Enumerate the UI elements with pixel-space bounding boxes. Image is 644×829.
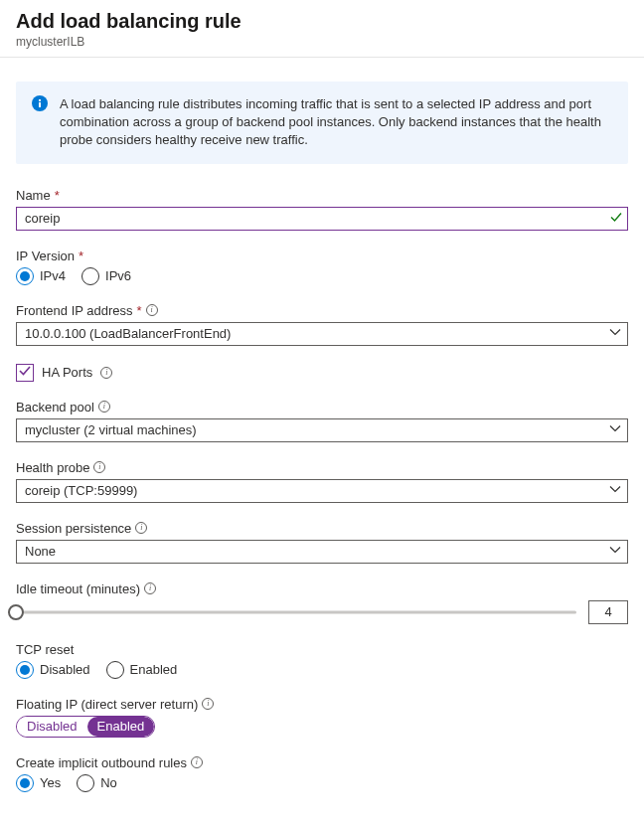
healthprobe-select[interactable]: coreip (TCP:59999) bbox=[16, 479, 628, 503]
slider-thumb[interactable] bbox=[8, 604, 24, 620]
svg-rect-1 bbox=[39, 102, 41, 107]
tcpreset-disabled-radio[interactable]: Disabled bbox=[16, 661, 90, 679]
session-select[interactable]: None bbox=[16, 540, 628, 564]
info-text: A load balancing rule distributes incomi… bbox=[60, 95, 612, 150]
info-icon bbox=[32, 95, 48, 150]
idle-value[interactable]: 4 bbox=[588, 600, 628, 624]
chevron-down-icon bbox=[609, 422, 621, 437]
tooltip-icon[interactable]: i bbox=[135, 522, 147, 534]
tooltip-icon[interactable]: i bbox=[93, 461, 105, 473]
chevron-down-icon bbox=[609, 544, 621, 559]
tcpreset-enabled-radio[interactable]: Enabled bbox=[106, 661, 178, 679]
haports-checkbox[interactable] bbox=[16, 364, 34, 382]
page-title: Add load balancing rule bbox=[16, 10, 628, 33]
floatingip-enabled-pill[interactable]: Enabled bbox=[87, 717, 155, 737]
backend-select[interactable]: mycluster (2 virtual machines) bbox=[16, 418, 628, 442]
haports-label: HA Ports bbox=[42, 365, 92, 380]
chevron-down-icon bbox=[609, 326, 621, 341]
outbound-yes-radio[interactable]: Yes bbox=[16, 774, 61, 792]
frontend-label: Frontend IP address* i bbox=[16, 303, 628, 318]
floatingip-label: Floating IP (direct server return) i bbox=[16, 697, 628, 712]
name-input[interactable] bbox=[16, 207, 628, 231]
tooltip-icon[interactable]: i bbox=[146, 304, 158, 316]
chevron-down-icon bbox=[609, 483, 621, 498]
healthprobe-label: Health probe i bbox=[16, 460, 628, 475]
tooltip-icon[interactable]: i bbox=[100, 367, 112, 379]
tooltip-icon[interactable]: i bbox=[202, 698, 214, 710]
check-icon bbox=[19, 365, 31, 380]
ipversion-ipv4-radio[interactable]: IPv4 bbox=[16, 267, 66, 285]
tooltip-icon[interactable]: i bbox=[144, 582, 156, 594]
backend-label: Backend pool i bbox=[16, 400, 628, 414]
tooltip-icon[interactable]: i bbox=[191, 756, 203, 768]
floatingip-disabled-pill[interactable]: Disabled bbox=[17, 717, 87, 737]
valid-check-icon bbox=[610, 211, 622, 226]
session-label: Session persistence i bbox=[16, 521, 628, 536]
tcpreset-label: TCP reset bbox=[16, 642, 628, 657]
floatingip-toggle: Disabled Enabled bbox=[16, 716, 155, 738]
outbound-no-radio[interactable]: No bbox=[77, 774, 117, 792]
idle-label: Idle timeout (minutes) i bbox=[16, 581, 628, 596]
svg-rect-2 bbox=[39, 99, 41, 101]
page-subtitle: myclusterILB bbox=[16, 35, 628, 49]
tooltip-icon[interactable]: i bbox=[98, 401, 110, 413]
ipversion-ipv6-radio[interactable]: IPv6 bbox=[81, 267, 131, 285]
frontend-select[interactable]: 10.0.0.100 (LoadBalancerFrontEnd) bbox=[16, 322, 628, 346]
idle-slider[interactable] bbox=[16, 602, 576, 622]
info-banner: A load balancing rule distributes incomi… bbox=[16, 82, 628, 164]
outbound-label: Create implicit outbound rules i bbox=[16, 755, 628, 770]
name-label: Name* bbox=[16, 188, 628, 203]
page-header: Add load balancing rule myclusterILB bbox=[0, 0, 644, 58]
ipversion-label: IP Version* bbox=[16, 249, 628, 263]
